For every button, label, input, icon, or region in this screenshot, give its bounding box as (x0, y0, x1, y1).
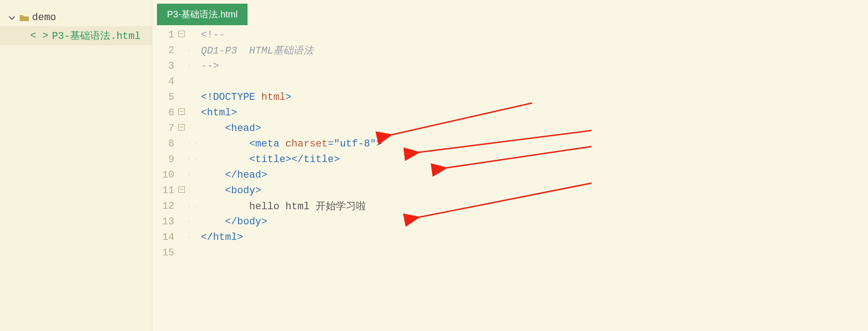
code-content: </html> (201, 232, 243, 243)
code-line[interactable]: 12 hello html 开始学习啦 (152, 198, 868, 214)
code-content: </body> (201, 216, 267, 228)
tree-file[interactable]: < > P3-基础语法.html (0, 26, 152, 45)
code-content: <!-- (201, 29, 225, 41)
code-content: <head> (201, 123, 261, 134)
folder-label: demo (32, 12, 56, 23)
line-number: 11 (152, 185, 177, 196)
line-number: 6 (152, 107, 177, 119)
code-content: <meta charset="utf-8"> (201, 138, 382, 150)
code-line[interactable]: 2QD1-P3 HTML基础语法 (152, 43, 868, 58)
code-content: </head> (201, 169, 267, 181)
code-line[interactable]: 5<!DOCTYPE html> (152, 89, 868, 105)
code-content: <!DOCTYPE html> (201, 92, 291, 103)
code-line[interactable]: 3--> (152, 58, 868, 74)
line-number: 5 (152, 92, 177, 103)
code-content: <body> (201, 185, 261, 196)
line-number: 7 (152, 123, 177, 134)
line-number: 10 (152, 169, 177, 181)
line-number: 14 (152, 232, 177, 243)
code-line[interactable]: 4 (152, 74, 868, 89)
folder-icon (19, 14, 29, 22)
code-line[interactable]: 9 <title></title> (152, 152, 868, 167)
tab-bar: P3-基础语法.html (152, 0, 868, 25)
code-content: --> (201, 60, 219, 72)
code-line[interactable]: 8 <meta charset="utf-8"> (152, 136, 868, 152)
line-number: 9 (152, 154, 177, 165)
line-number: 8 (152, 138, 177, 150)
code-line[interactable]: 7 <head> (152, 120, 868, 136)
code-file-icon: < > (30, 30, 49, 42)
fold-gutter[interactable] (177, 109, 186, 117)
tab-label: P3-基础语法.html (167, 9, 237, 19)
code-content: <title></title> (201, 154, 340, 165)
code-content: QD1-P3 HTML基础语法 (201, 43, 313, 57)
line-number: 12 (152, 201, 177, 212)
tree-folder[interactable]: demo (0, 9, 152, 26)
line-number: 13 (152, 216, 177, 228)
code-editor[interactable]: 1<!--2QD1-P3 HTML基础语法3-->45<!DOCTYPE htm… (152, 25, 868, 331)
code-line[interactable]: 6<html> (152, 105, 868, 120)
code-line[interactable]: 1<!-- (152, 27, 868, 43)
line-number: 2 (152, 45, 177, 56)
code-line[interactable]: 14</html> (152, 229, 868, 245)
fold-gutter[interactable] (177, 124, 186, 132)
fold-gutter[interactable] (177, 31, 186, 39)
code-content: hello html 开始学习啦 (201, 199, 366, 213)
fold-gutter[interactable] (177, 186, 186, 195)
code-content: <html> (201, 107, 237, 119)
code-line[interactable]: 11 <body> (152, 183, 868, 198)
line-number: 1 (152, 29, 177, 41)
editor-area: P3-基础语法.html 1<!--2QD1-P3 HTML基础语法3-->45… (152, 0, 868, 331)
line-number: 4 (152, 76, 177, 87)
code-line[interactable]: 15 (152, 245, 868, 260)
sidebar: demo < > P3-基础语法.html (0, 0, 152, 331)
chevron-down-icon (8, 14, 19, 22)
code-line[interactable]: 10 </head> (152, 167, 868, 183)
line-number: 15 (152, 247, 177, 259)
code-line[interactable]: 13 </body> (152, 214, 868, 229)
line-number: 3 (152, 60, 177, 72)
file-label: P3-基础语法.html (52, 29, 141, 43)
editor-tab[interactable]: P3-基础语法.html (157, 4, 248, 25)
